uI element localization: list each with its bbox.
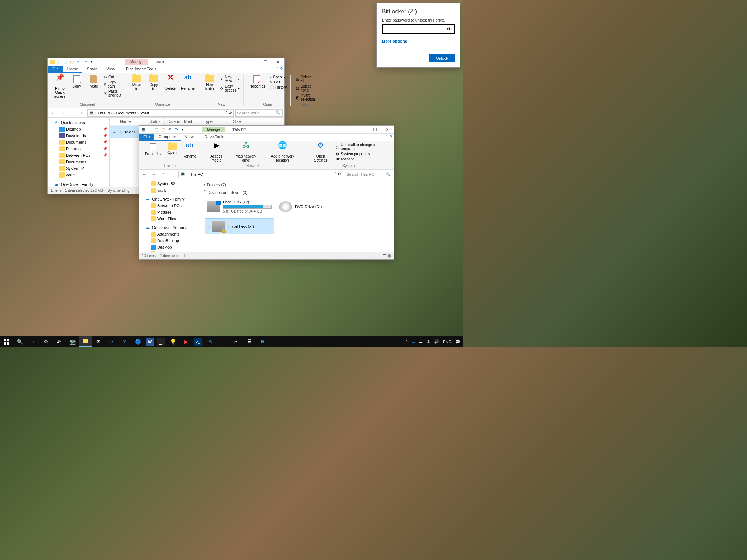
tray-network-icon[interactable]: 🖧 <box>425 339 432 344</box>
nav-onedrive-family[interactable]: ☁OneDrive - Family <box>139 196 201 202</box>
nav-back-button[interactable]: ← <box>49 109 57 117</box>
word-button[interactable]: W <box>146 338 154 346</box>
section-folders[interactable]: ›Folders (7) <box>203 181 391 188</box>
help-icon[interactable]: ? <box>390 135 392 139</box>
edge-legacy-button[interactable]: e <box>105 336 118 347</box>
search-button[interactable]: 🔍 <box>13 336 26 347</box>
qat-redo-icon[interactable]: ↷ <box>82 59 88 65</box>
tab-view[interactable]: View <box>102 66 119 73</box>
nav-between-pcs[interactable]: Between PCs📌 <box>48 152 109 159</box>
search-input[interactable]: Search This PC 🔍 <box>345 171 392 178</box>
breadcrumb-vault[interactable]: vault <box>140 111 150 115</box>
minimize-button[interactable]: ─ <box>356 126 369 134</box>
open-button[interactable]: Open <box>165 143 180 163</box>
tray-overflow-button[interactable]: ˄ <box>404 339 409 344</box>
copy-to-button[interactable]: Copy to <box>146 75 161 102</box>
tab-view[interactable]: View <box>181 134 198 141</box>
tray-language[interactable]: ENG <box>441 339 453 344</box>
paste-shortcut-button[interactable]: ⇱Paste shortcut <box>102 89 123 98</box>
taskbar[interactable]: 🔍 ○ ⚙ 🛍 📷 ✉ e Y 🔵 W _ 💡 ▶ >_ S e ✂ 🖩 🖥 ˄… <box>0 336 463 347</box>
nav-pictures[interactable]: Pictures📌 <box>48 145 109 152</box>
titlebar[interactable]: | ▢ ▢ ↶ ↷ ▼ Manage vault ─ ☐ ✕ <box>48 58 284 66</box>
add-location-button[interactable]: 🌐Add a network location <box>263 143 302 163</box>
nav-forward-button[interactable]: → <box>59 109 67 117</box>
tab-share[interactable]: Share <box>82 66 102 73</box>
help-icon[interactable]: ? <box>280 67 283 71</box>
tab-home[interactable]: Home <box>63 66 82 73</box>
checkbox-icon[interactable]: ☑ <box>207 224 211 229</box>
refresh-icon[interactable]: ⟳ <box>338 172 341 176</box>
copy-button[interactable]: Copy <box>69 75 84 102</box>
nav-up-button[interactable]: ↑ <box>78 109 86 117</box>
context-tab-manage[interactable]: Manage <box>202 127 225 132</box>
titlebar[interactable]: 💻 | ▢ ▢ ↶ ↷ ▼ Manage This PC ─ ☐ ✕ <box>139 126 394 134</box>
nav-documents[interactable]: Documents📌 <box>48 139 109 145</box>
nav-system32[interactable]: System32 <box>139 180 201 187</box>
reveal-password-icon[interactable]: 👁 <box>447 26 452 32</box>
edge-button[interactable]: e <box>217 336 230 347</box>
nav-quick-access[interactable]: ★Quick access <box>48 119 109 126</box>
nav-system32[interactable]: System32 <box>48 165 109 172</box>
qat-newfolder-icon[interactable]: ▢ <box>69 59 75 65</box>
thispc-content[interactable]: ›Folders (7) ˅Devices and drives (3) Loc… <box>201 179 394 252</box>
minimize-button[interactable]: ─ <box>247 58 259 66</box>
move-to-button[interactable]: Move to <box>129 75 145 102</box>
breadcrumb-documents[interactable]: Documents <box>115 111 137 115</box>
tab-drive-tools[interactable]: Drive Tools <box>200 134 229 141</box>
nav-recent-button[interactable]: ˅ <box>68 109 76 117</box>
movies-button[interactable]: ▶ <box>179 336 193 347</box>
powershell-button[interactable]: >_ <box>194 338 202 346</box>
password-input[interactable] <box>385 27 447 32</box>
more-options-link[interactable]: More options <box>382 39 455 43</box>
chrome-button[interactable]: 🔵 <box>131 336 144 347</box>
history-button[interactable]: 🕓History <box>268 85 288 90</box>
settings-button[interactable]: ⚙ <box>39 336 53 347</box>
terminal-button[interactable]: _ <box>157 338 165 346</box>
section-drives[interactable]: ˅Devices and drives (3) <box>203 188 391 196</box>
qat-properties-icon[interactable]: ▢ <box>62 59 68 65</box>
start-button[interactable] <box>0 336 13 347</box>
navigation-pane[interactable]: System32 vault ☁OneDrive - Family Betwee… <box>139 179 201 252</box>
explorer-button[interactable] <box>79 336 92 347</box>
col-type[interactable]: Type <box>201 118 230 125</box>
drive-d[interactable]: DVD Drive (D:) <box>277 198 346 215</box>
qat-dropdown-icon[interactable]: ▼ <box>89 59 94 65</box>
search-input[interactable]: Search vault 🔍 <box>235 109 283 117</box>
mail-button[interactable]: ✉ <box>92 336 105 347</box>
nav-vault[interactable]: vault <box>139 187 201 194</box>
nav-documents-2[interactable]: Documents <box>48 159 109 165</box>
qat-redo-icon[interactable]: ↷ <box>173 127 179 133</box>
view-details-button[interactable]: ☰ <box>383 254 386 258</box>
qat-undo-icon[interactable]: ↶ <box>167 127 173 133</box>
nav-recent-button[interactable]: ˅ <box>159 170 167 178</box>
nav-up-button[interactable]: ↑ <box>169 170 177 178</box>
cut-button[interactable]: ✂Cut <box>102 75 123 79</box>
select-none-button[interactable]: ☐Select none <box>294 84 316 93</box>
open-settings-button[interactable]: ⚙Open Settings <box>308 143 333 163</box>
context-tab-manage[interactable]: Manage <box>125 59 148 65</box>
nav-onedrive-family[interactable]: ☁OneDrive - Family <box>48 181 109 187</box>
unlock-button[interactable]: Unlock <box>429 54 455 62</box>
address-dropdown-icon[interactable]: ˅ <box>335 172 337 176</box>
nav-vault[interactable]: vault <box>48 172 109 178</box>
nav-desktop[interactable]: Desktop📌 <box>48 126 109 132</box>
nav-desktop[interactable]: Desktop <box>139 244 201 250</box>
rdp-button[interactable]: 🖥 <box>256 336 269 347</box>
paste-button[interactable]: Paste <box>86 75 101 102</box>
checkbox-icon[interactable]: ☑ <box>113 130 116 135</box>
ribbon-collapse-icon[interactable]: ˄ <box>276 67 279 71</box>
nav-onedrive-personal[interactable]: ☁OneDrive - Personal <box>139 224 201 231</box>
select-all-button[interactable]: ☑Select all <box>294 75 316 83</box>
nav-pictures[interactable]: Pictures <box>139 209 201 215</box>
uninstall-button[interactable]: ⬚Uninstall or change a program <box>334 143 389 151</box>
tab-disc-image-tools[interactable]: Disc Image Tools <box>121 66 161 73</box>
open-button[interactable]: ▸Open ▾ <box>268 75 288 79</box>
ribbon-collapse-icon[interactable]: ˄ <box>386 135 388 139</box>
nav-back-button[interactable]: ← <box>140 170 148 178</box>
col-date[interactable]: Date modified <box>165 118 201 125</box>
new-folder-button[interactable]: New folder <box>202 75 217 102</box>
qat-newfolder-icon[interactable]: ▢ <box>160 127 166 133</box>
properties-button[interactable]: ✓Properties <box>247 75 267 102</box>
yammer-button[interactable]: Y <box>118 336 131 347</box>
nav-databackup[interactable]: DataBackup <box>139 237 201 244</box>
